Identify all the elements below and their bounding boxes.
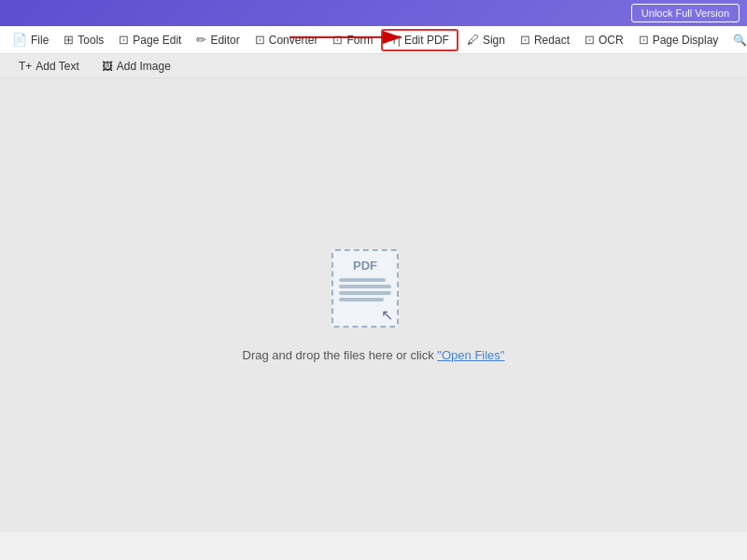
menu-redact[interactable]: ⊡ Redact [514, 30, 576, 49]
unlock-button[interactable]: Unlock Full Version [631, 4, 740, 22]
menu-page-edit[interactable]: ⊡ Page Edit [112, 30, 188, 49]
sign-icon: 🖊 [467, 33, 479, 47]
open-files-link[interactable]: "Open Files" [437, 348, 504, 362]
pdf-document-icon: PDF ↖ [331, 249, 399, 328]
menu-file[interactable]: 📄 File [6, 30, 55, 49]
form-icon: ⊡ [332, 33, 343, 47]
pdf-line-3 [339, 291, 391, 295]
pdf-line-2 [339, 285, 391, 288]
pdf-line-4 [339, 298, 384, 301]
menu-form[interactable]: ⊡ Form [326, 30, 379, 49]
menu-tools[interactable]: ⊞ Tools [57, 30, 110, 49]
add-text-button[interactable]: T+ Add Text [11, 58, 87, 75]
menu-ocr[interactable]: ⊡ OCR [578, 30, 630, 49]
drop-area[interactable]: PDF ↖ Drag and drop the files here or cl… [243, 249, 505, 362]
add-image-button[interactable]: 🖼 Add Image [94, 58, 178, 75]
menu-edit-pdf[interactable]: T| Edit PDF [381, 29, 458, 51]
page-display-icon: ⊡ [639, 33, 649, 47]
menu-page-display[interactable]: ⊡ Page Display [632, 30, 726, 49]
converter-icon: ⊡ [255, 33, 265, 47]
add-text-icon: T+ [19, 60, 32, 73]
editor-icon: ✏ [196, 33, 206, 47]
menu-editor[interactable]: ✏ Editor [190, 30, 246, 49]
file-icon: 📄 [12, 33, 27, 47]
drop-text: Drag and drop the files here or click "O… [243, 348, 505, 362]
title-bar: Unlock Full Version [0, 0, 747, 26]
pdf-lines [339, 278, 391, 301]
cursor-icon: ↖ [381, 306, 393, 324]
pdf-icon-container: PDF ↖ [331, 249, 416, 333]
tools-icon: ⊞ [63, 33, 74, 47]
main-content: PDF ↖ Drag and drop the files here or cl… [0, 78, 747, 532]
search-icon: 🔍 [733, 34, 747, 47]
menu-converter[interactable]: ⊡ Converter [248, 30, 325, 49]
page-edit-icon: ⊡ [119, 33, 129, 47]
pdf-line-1 [339, 278, 386, 282]
redact-icon: ⊡ [520, 33, 530, 47]
menu-sign[interactable]: 🖊 Sign [460, 30, 512, 49]
menu-bar: 📄 File ⊞ Tools ⊡ Page Edit ✏ Editor ⊡ Co… [0, 26, 747, 54]
menu-search[interactable]: 🔍 [726, 31, 747, 49]
edit-pdf-icon: T| [390, 34, 400, 47]
sub-toolbar: T+ Add Text 🖼 Add Image [0, 54, 747, 78]
add-image-icon: 🖼 [102, 60, 113, 73]
ocr-icon: ⊡ [585, 33, 595, 47]
